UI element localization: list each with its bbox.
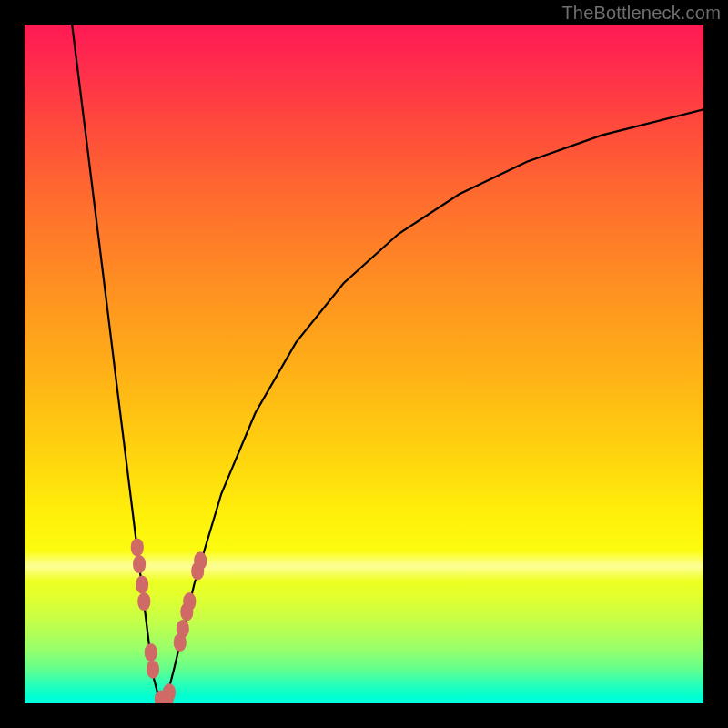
curve-left-branch — [72, 25, 165, 703]
curve-right-branch — [165, 109, 703, 703]
highlight-dot — [163, 683, 176, 702]
highlight-dot — [183, 592, 196, 611]
highlight-dots-group — [131, 538, 207, 703]
highlight-dot — [177, 620, 189, 638]
highlight-dot — [137, 592, 150, 611]
bottleneck-curve-svg — [25, 25, 703, 703]
highlight-dot — [133, 555, 146, 573]
outer-frame: TheBottleneck.com — [0, 0, 728, 728]
highlight-dot — [136, 576, 148, 594]
highlight-dot — [145, 643, 157, 662]
plot-area — [25, 25, 703, 703]
curve-group — [72, 25, 703, 703]
watermark-text: TheBottleneck.com — [561, 3, 721, 24]
highlight-dot — [194, 551, 207, 570]
highlight-dot — [131, 538, 144, 556]
highlight-dot — [147, 661, 159, 679]
